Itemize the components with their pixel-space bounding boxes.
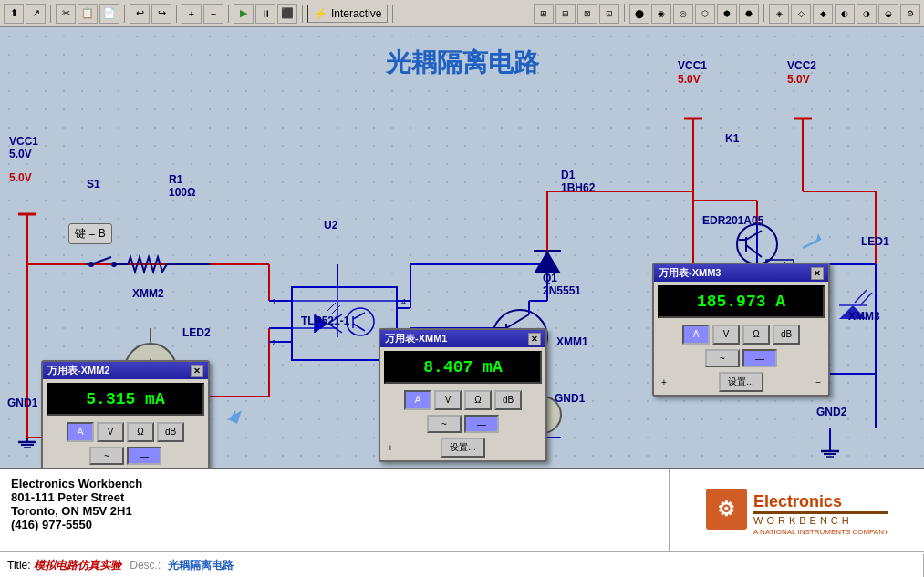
toolbar-btn-t1[interactable]: ⬤ [629,4,649,24]
svg-rect-136 [753,511,888,514]
toolbar-btn-m1[interactable]: ◈ [769,4,789,24]
svg-point-51 [737,224,777,264]
toolbar-btn-pause[interactable]: ⏸ [255,4,275,24]
svg-line-129 [803,239,821,248]
mm-xmm3-settings[interactable]: 设置... [719,372,763,392]
toolbar-btn-m5[interactable]: ◑ [857,4,877,24]
vcc1-right-label: VCC1 [678,59,707,72]
toolbar-btn-c2[interactable]: ⊡ [599,4,619,24]
svg-text:2: 2 [272,338,276,347]
mm-xmm3-titlebar: 万用表-XMM3 ✕ [654,264,828,282]
toolbar-btn-m4[interactable]: ◐ [835,4,855,24]
toolbar-btn-t4[interactable]: ⬡ [695,4,715,24]
title-label: Title: [7,559,34,572]
info-title-cell: Title: 模拟电路仿真实验 Desc.: 光耦隔离电路 [0,554,924,577]
logo-svg: ⚙ Electronics WORKBENCH A NATIONAL INSTR… [706,481,888,536]
mm-xmm2-wave-ac[interactable]: ~ [89,447,124,465]
toolbar-btn-undo[interactable]: ↩ [130,4,150,24]
mm-xmm1-display: 8.407 mA [384,351,542,384]
toolbar-btn-cut[interactable]: ✂ [56,4,76,24]
key-label: 键 = B [68,223,112,244]
mm-xmm2-btn-a[interactable]: A [67,422,94,442]
toolbar-btn-arrow[interactable]: ↗ [26,4,46,24]
multimeter-xmm1: 万用表-XMM1 ✕ 8.407 mA A V Ω dB ~ — + 设置...… [379,328,547,462]
r1-label: R1 100Ω [169,173,196,199]
mm-xmm2-close[interactable]: ✕ [191,365,203,377]
mode-indicator: ⚡ Interactive [307,5,388,23]
info-footer: Title: 模拟电路仿真实验 Desc.: 光耦隔离电路 [0,551,924,577]
toolbar-btn-t2[interactable]: ◉ [651,4,671,24]
toolbar-btn-t5[interactable]: ⬢ [717,4,737,24]
toolbar-btn-copy[interactable]: 📋 [78,4,98,24]
info-text: Electronics Workbench 801-111 Peter Stre… [0,469,669,551]
toolbar-btn-c1[interactable]: ⊠ [577,4,597,24]
mm-xmm3-buttons: A V Ω dB [654,322,828,347]
vcc2-voltage: 5.0V [787,73,810,86]
toolbar-sep-7 [624,4,625,22]
toolbar-btn-m3[interactable]: ◆ [813,4,833,24]
toolbar-btn-select[interactable]: ⬆ [4,4,24,24]
mm-xmm3-btn-db[interactable]: dB [773,325,800,345]
svg-text:4: 4 [401,297,406,306]
mm-xmm2-buttons: A V Ω dB [43,419,208,445]
mm-xmm1-close[interactable]: ✕ [528,333,541,345]
svg-line-69 [353,313,365,319]
mm-xmm1-bottom: + 设置... − [380,435,545,460]
svg-line-46 [506,314,529,328]
toolbar-btn-r2[interactable]: ⊟ [555,4,576,24]
mm-xmm2-titlebar: 万用表-XMM2 ✕ [43,362,208,379]
mm-xmm3-btn-v[interactable]: V [712,325,740,345]
title-value: 模拟电路仿真实验 [34,559,121,572]
svg-line-66 [331,305,340,314]
mm-xmm3-display: 185.973 A [658,285,825,318]
svg-line-55 [746,245,762,257]
vcc2-label: VCC2 [787,59,816,72]
company-line4: (416) 977-5550 [11,518,658,531]
toolbar-btn-redo[interactable]: ↪ [151,4,171,24]
mm-xmm2-btn-db[interactable]: dB [157,422,184,442]
mm-xmm2-wave-dc[interactable]: — [127,447,161,465]
mm-xmm2-btn-v[interactable]: V [97,422,124,442]
toolbar-btn-r1[interactable]: ⊞ [534,4,554,24]
toolbar-btn-zoom-in[interactable]: + [182,4,202,24]
svg-text:WORKBENCH: WORKBENCH [753,515,853,526]
mm-xmm2-btn-ohm[interactable]: Ω [127,422,154,442]
mm-xmm1-title: 万用表-XMM1 [385,332,447,345]
svg-text:1: 1 [272,297,276,306]
toolbar-sep-2 [124,5,125,23]
mm-xmm1-settings[interactable]: 设置... [441,438,484,458]
mm-xmm2-title: 万用表-XMM2 [47,364,109,377]
mm-xmm1-minus: − [533,443,538,453]
svg-marker-39 [534,251,561,273]
toolbar-btn-stop[interactable]: ⬛ [277,4,297,24]
svg-line-95 [860,293,872,305]
mm-xmm1-btn-db[interactable]: dB [494,390,522,410]
desc-label: Desc.: [130,559,161,572]
toolbar-btn-m2[interactable]: ◇ [791,4,811,24]
mm-xmm1-btn-a[interactable]: A [404,390,431,410]
mm-xmm1-wave-dc[interactable]: — [464,415,499,433]
toolbar-btn-gear[interactable]: ⚙ [900,4,920,24]
toolbar-btn-m6[interactable]: ◒ [878,4,898,24]
mm-xmm3-wave-dc[interactable]: — [742,349,777,367]
toolbar-btn-paste[interactable]: 📄 [99,4,119,24]
mm-xmm3-title: 万用表-XMM3 [659,266,721,280]
toolbar-btn-zoom-out[interactable]: − [203,4,223,24]
toolbar-btn-t3[interactable]: ◎ [673,4,693,24]
toolbar-btn-t6[interactable]: ⬣ [739,4,759,24]
canvas-area[interactable]: 光耦隔离电路 [0,27,924,577]
mm-xmm1-btn-v[interactable]: V [434,390,462,410]
mm-xmm3-btn-ohm[interactable]: Ω [742,325,770,345]
svg-line-100 [91,257,111,264]
mm-xmm1-wave-ac[interactable]: ~ [427,415,462,433]
toolbar-btn-play[interactable]: ▶ [234,4,254,24]
xmm3-circuit-label: XMM3 [848,310,880,323]
mm-xmm2-wave-row: ~ — [43,445,208,467]
vcc1-right-voltage: 5.0V [678,73,701,86]
mm-xmm3-btn-a[interactable]: A [682,325,710,345]
mm-xmm3-close[interactable]: ✕ [811,267,824,280]
info-content: Electronics Workbench 801-111 Peter Stre… [0,469,924,551]
mm-xmm1-btn-ohm[interactable]: Ω [464,390,492,410]
q1-label: Q1 2N5551 [543,272,581,297]
mm-xmm3-wave-ac[interactable]: ~ [705,349,740,367]
